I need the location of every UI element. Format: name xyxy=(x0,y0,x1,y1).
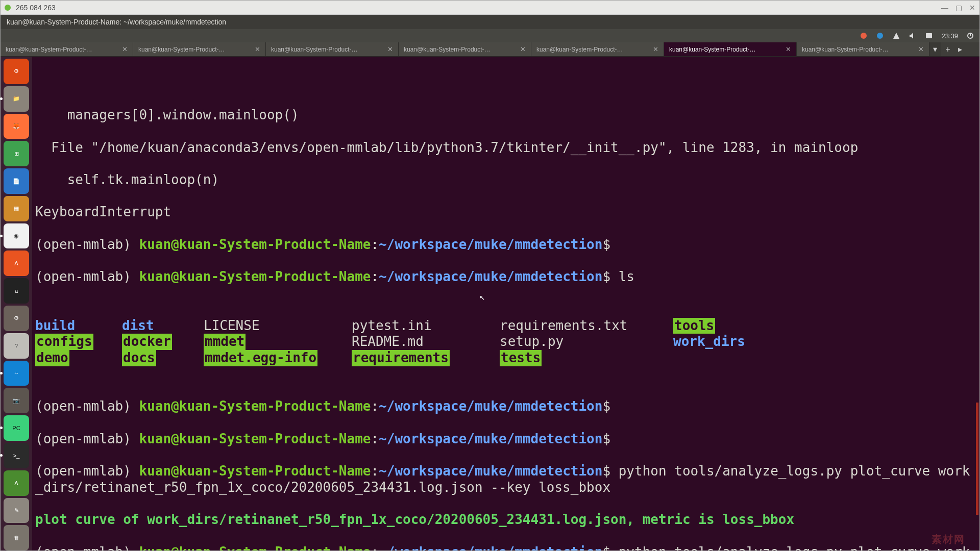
window-frame: 265 084 263 — ▢ ✕ kuan@kuan-System-Produ… xyxy=(0,0,980,551)
tab-label: kuan@kuan-System-Product-… xyxy=(536,46,623,53)
terminal-tab-3[interactable]: kuan@kuan-System-Product-… ✕ xyxy=(266,42,399,56)
traceback-line: KeyboardInterrupt xyxy=(35,204,975,220)
launcher-teamviewer-icon[interactable]: ↔ xyxy=(4,361,29,386)
ls-entry: tests xyxy=(500,350,542,366)
launcher-help-icon[interactable]: ? xyxy=(4,333,29,359)
ls-entry: dist xyxy=(122,318,204,334)
launcher-calc-icon[interactable]: ⊞ xyxy=(4,141,29,166)
terminal-viewport[interactable]: managers[0].window.mainloop() File "/hom… xyxy=(32,57,979,550)
prompt-line: (open-mmlab) kuan@kuan-System-Product-Na… xyxy=(35,269,975,285)
ls-entry: mmdet xyxy=(204,334,246,350)
tab-label: kuan@kuan-System-Product-… xyxy=(138,46,225,53)
launcher-app-a-icon[interactable]: A xyxy=(4,470,29,496)
close-button[interactable]: ✕ xyxy=(969,4,975,12)
prompt-line: (open-mmlab) kuan@kuan-System-Product-Na… xyxy=(35,237,975,253)
ls-entry: README.md xyxy=(352,334,500,350)
recording-dot-icon xyxy=(5,5,11,11)
terminal-tab-7[interactable]: kuan@kuan-System-Product-… ✕ xyxy=(797,42,929,56)
clock[interactable]: 23:39 xyxy=(941,32,958,40)
launcher-settings-icon[interactable]: ⚙ xyxy=(4,306,29,331)
prompt-line: (open-mmlab) kuan@kuan-System-Product-Na… xyxy=(35,544,975,550)
tab-close-icon[interactable]: ✕ xyxy=(387,45,393,53)
tab-label: kuan@kuan-System-Product-… xyxy=(669,46,756,53)
watermark: 素材网 xyxy=(932,533,965,545)
tab-label: kuan@kuan-System-Product-… xyxy=(404,46,491,53)
launcher-impress-icon[interactable]: ▦ xyxy=(4,196,29,221)
tab-label: kuan@kuan-System-Product-… xyxy=(802,46,889,53)
launcher-text-editor-icon[interactable]: ✎ xyxy=(4,498,29,523)
terminal-tab-6[interactable]: kuan@kuan-System-Product-… ✕ xyxy=(664,42,797,56)
launcher-chrome-icon[interactable]: ◉ xyxy=(4,223,29,249)
terminal-tab-4[interactable]: kuan@kuan-System-Product-… ✕ xyxy=(399,42,531,56)
tab-close-icon[interactable]: ✕ xyxy=(653,45,658,53)
minimize-button[interactable]: — xyxy=(941,4,948,12)
launcher-files-icon[interactable]: 📁 xyxy=(4,86,29,112)
network-icon[interactable] xyxy=(892,32,900,40)
new-tab-button[interactable]: + xyxy=(941,42,955,56)
launcher-screenshot-icon[interactable]: 📷 xyxy=(4,388,29,413)
launcher-writer-icon[interactable]: 📄 xyxy=(4,168,29,194)
tab-scroll-right-icon[interactable]: ▸ xyxy=(955,42,965,56)
ls-entry: mmdet.egg-info xyxy=(204,350,317,366)
app-title: kuan@kuan-System-Product-Name: ~/workspa… xyxy=(7,18,226,26)
ls-entry: setup.py xyxy=(500,334,673,350)
volume-icon[interactable] xyxy=(909,32,917,40)
os-titlebar: 265 084 263 — ▢ ✕ xyxy=(1,1,979,15)
maximize-button[interactable]: ▢ xyxy=(955,4,962,12)
output-line: plot curve of work_dirs/retinanet_r50_fp… xyxy=(35,512,975,528)
tab-label: kuan@kuan-System-Product-… xyxy=(271,46,358,53)
launcher-firefox-icon[interactable]: 🦊 xyxy=(4,114,29,139)
prompt-line: (open-mmlab) kuan@kuan-System-Product-Na… xyxy=(35,431,975,447)
svg-rect-2 xyxy=(926,33,932,38)
os-title: 265 084 263 xyxy=(16,4,941,12)
ls-entry: requirements xyxy=(352,350,450,366)
ls-entry: work_dirs xyxy=(673,334,775,350)
scrollbar-thumb[interactable] xyxy=(976,403,978,515)
tab-close-icon[interactable]: ✕ xyxy=(122,45,128,53)
tab-close-icon[interactable]: ✕ xyxy=(520,45,526,53)
tab-close-icon[interactable]: ✕ xyxy=(255,45,260,53)
traceback-line: managers[0].window.mainloop() xyxy=(35,107,975,123)
terminal-tab-1[interactable]: kuan@kuan-System-Product-… ✕ xyxy=(1,42,133,56)
power-icon[interactable] xyxy=(966,32,974,40)
ls-entry: demo xyxy=(35,350,69,366)
ls-entry: docs xyxy=(122,350,156,366)
ls-entry: tools xyxy=(673,318,715,334)
tab-close-icon[interactable]: ✕ xyxy=(918,45,924,53)
launcher-dash-icon[interactable]: ⚙ xyxy=(4,59,29,84)
ls-entry: LICENSE xyxy=(204,318,352,334)
prompt-line: (open-mmlab) kuan@kuan-System-Product-Na… xyxy=(35,398,975,415)
launcher-trash-icon[interactable]: 🗑 xyxy=(4,525,29,550)
traceback-line: self.tk.mainloop(n) xyxy=(35,172,975,188)
traceback-line: File "/home/kuan/anaconda3/envs/open-mml… xyxy=(35,140,975,156)
ls-entry: docker xyxy=(122,334,172,350)
terminal-tab-5[interactable]: kuan@kuan-System-Product-… ✕ xyxy=(531,42,664,56)
launcher-terminal-icon[interactable]: >_ xyxy=(4,443,29,468)
launcher: ⚙ 📁 🦊 ⊞ 📄 ▦ ◉ A a ⚙ ? ↔ 📷 PC >_ A ✎ 🗑 xyxy=(1,57,32,550)
terminal-scrollback: managers[0].window.mainloop() File "/hom… xyxy=(35,91,975,550)
app-indicator-icon[interactable] xyxy=(860,32,868,40)
ls-entry: build xyxy=(35,318,122,334)
launcher-pycharm-icon[interactable]: PC xyxy=(4,415,29,441)
prompt-line: (open-mmlab) kuan@kuan-System-Product-Na… xyxy=(35,463,975,495)
svg-point-0 xyxy=(861,33,867,39)
tab-close-icon[interactable]: ✕ xyxy=(786,45,791,53)
terminal-tab-2[interactable]: kuan@kuan-System-Product-… ✕ xyxy=(133,42,266,56)
svg-point-1 xyxy=(877,33,883,39)
launcher-amazon-icon[interactable]: a xyxy=(4,278,29,304)
ls-entry: requirements.txt xyxy=(500,318,673,334)
input-method-icon[interactable] xyxy=(925,32,933,40)
ls-entry: configs xyxy=(35,334,93,350)
tab-overflow-chevron-icon[interactable]: ▾ xyxy=(929,42,941,56)
tab-strip: kuan@kuan-System-Product-… ✕ kuan@kuan-S… xyxy=(1,42,979,57)
tab-label: kuan@kuan-System-Product-… xyxy=(6,46,92,53)
ls-entry xyxy=(673,350,775,366)
ls-output: build dist LICENSE pytest.ini requiremen… xyxy=(35,318,975,366)
app-indicator2-icon[interactable] xyxy=(876,32,884,40)
menubar: 23:39 xyxy=(1,29,979,42)
launcher-software-icon[interactable]: A xyxy=(4,251,29,276)
ls-entry: pytest.ini xyxy=(352,318,500,334)
app-titlebar[interactable]: kuan@kuan-System-Product-Name: ~/workspa… xyxy=(1,15,979,29)
